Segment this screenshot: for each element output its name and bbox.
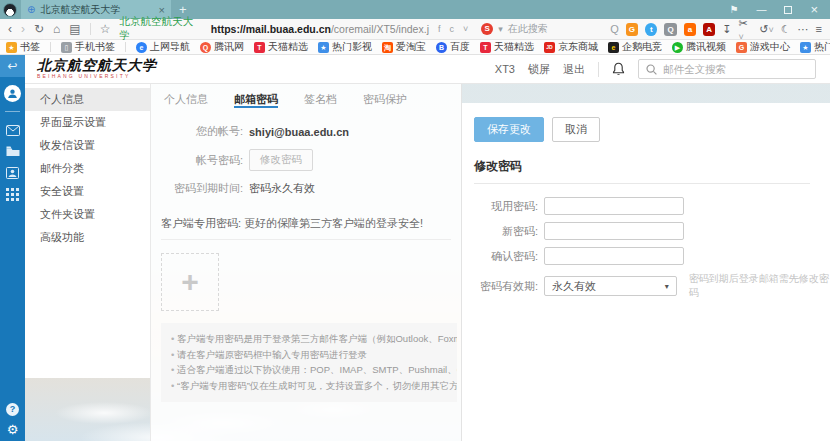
sidebar-item-display-settings[interactable]: 界面显示设置 [25, 111, 150, 134]
mail-search-input[interactable] [663, 63, 808, 75]
browser-account-avatar[interactable] [3, 3, 17, 17]
browser-search-placeholder[interactable]: 在此搜索 [508, 22, 548, 36]
minimize-button[interactable]: — [756, 4, 766, 15]
sidebar-item-personal-info[interactable]: 个人信息 [25, 88, 150, 111]
bookmark-item[interactable]: T天猫精选 [480, 40, 534, 54]
bookmark-item[interactable]: e上网导航 [136, 40, 190, 54]
bookmark-favicon: T [254, 42, 265, 53]
contacts-icon[interactable] [6, 167, 20, 179]
close-button[interactable]: × [810, 2, 818, 17]
mail-search-box[interactable] [638, 59, 816, 79]
confirm-password-label: 确认密码: [462, 249, 538, 264]
validity-select[interactable]: 永久有效 ▾ [544, 276, 677, 296]
bookmark-star-icon[interactable]: ☆ [100, 23, 111, 35]
notification-bell-icon[interactable] [612, 62, 625, 76]
maximize-button[interactable] [784, 6, 792, 14]
user-avatar-icon[interactable] [4, 85, 21, 102]
save-changes-button[interactable]: 保存更改 [474, 117, 544, 142]
settings-gear-icon[interactable]: ⚙ [7, 422, 19, 437]
brand-name: 北京航空航天大学 [37, 59, 157, 73]
new-password-row: 新密码: [462, 222, 830, 240]
bookmark-item[interactable]: JD京东商城 [544, 40, 598, 54]
pdf-extension-icon[interactable]: A [703, 23, 715, 36]
sogou-logo-icon[interactable]: S [481, 23, 493, 35]
more-icon[interactable]: ⋯ [798, 23, 809, 36]
brand-name-english: BEIHANG UNIVERSITY [37, 74, 157, 79]
current-password-input[interactable] [544, 197, 684, 215]
menu-icon[interactable]: ≡ [816, 23, 822, 35]
reload-icon[interactable]: ↻ [34, 23, 44, 35]
bookmark-item[interactable]: G游戏中心 [736, 40, 790, 54]
webmail-page: ↩ ? ⚙ 北京航空航天大学 [0, 55, 830, 441]
sidebar-item-send-receive[interactable]: 收发信设置 [25, 134, 150, 157]
back-icon[interactable]: ‹ [8, 23, 12, 35]
restore-history-icon[interactable]: ↺˅ [759, 23, 773, 36]
cancel-button[interactable]: 取消 [552, 117, 600, 142]
bookmark-favicon: ★ [800, 42, 811, 53]
bookmark-item[interactable]: Q腾讯网 [200, 40, 244, 54]
divider [5, 111, 20, 112]
settings-tabs: 个人信息 邮箱密码 签名档 密码保护 [151, 84, 461, 108]
browser-search-box[interactable]: S ▾ 在此搜索 [481, 22, 601, 36]
bookmark-item[interactable]: e企鹅电竞 [608, 40, 662, 54]
sidebar-item-folders[interactable]: 文件夹设置 [25, 203, 150, 226]
tab-personal-info[interactable]: 个人信息 [164, 92, 208, 108]
note-item: 客户端专用密码是用于登录第三方邮件客户端（例如Outlook、Foxmail、邮… [171, 331, 457, 347]
night-mode-icon[interactable]: ☾ [781, 23, 791, 36]
chevron-down-icon[interactable]: ˅ [463, 24, 468, 34]
bird-extension-icon[interactable]: t [645, 23, 657, 36]
current-password-label: 现用密码: [462, 199, 538, 214]
apps-grid-icon[interactable] [6, 188, 20, 200]
tab-mail-password[interactable]: 邮箱密码 [234, 92, 278, 108]
folder-icon[interactable] [6, 146, 20, 158]
plus-icon: + [181, 265, 199, 299]
shopping-extension-icon[interactable]: a [684, 23, 696, 36]
divider [125, 42, 126, 52]
help-icon[interactable]: ? [6, 403, 19, 416]
sidebar-item-advanced[interactable]: 高级功能 [25, 226, 150, 249]
bookmark-favicon: T [480, 42, 491, 53]
url-text[interactable]: https://mail.buaa.edu.cn/coremail/XT5/in… [211, 23, 429, 35]
qa-extension-icon[interactable]: Q [664, 23, 676, 36]
site-verified-label: 北京航空航天大学 [119, 15, 201, 43]
sidebar-item-mail-classify[interactable]: 邮件分类 [25, 157, 150, 180]
mail-icon[interactable] [6, 125, 20, 137]
game-extension-icon[interactable]: G [626, 23, 638, 36]
lock-screen-link[interactable]: 锁屏 [528, 62, 550, 77]
account-email: shiyi@buaa.edu.cn [249, 126, 349, 138]
bookmark-favicon: ▯ [61, 42, 72, 53]
confirm-password-input[interactable] [544, 247, 684, 265]
bookmark-item[interactable]: 淘爱淘宝 [382, 40, 426, 54]
bookmark-favicon: ★ [318, 42, 329, 53]
download-icon[interactable]: ↧ [722, 23, 731, 36]
bookmark-item[interactable]: B百度 [436, 40, 470, 54]
search-icon[interactable]: Q [610, 23, 619, 35]
home-icon[interactable]: ⌂ [53, 23, 60, 35]
version-switch-link[interactable]: XT3 [495, 63, 515, 75]
reader-mode-icon[interactable]: ▤ [69, 23, 80, 35]
new-password-input[interactable] [544, 222, 684, 240]
bookmark-item[interactable]: ★热门影视 [800, 40, 830, 54]
expiry-row: 密码到期时间: 密码永久有效 [151, 181, 461, 196]
tab-signature[interactable]: 签名档 [304, 92, 337, 108]
flash-save-icon[interactable]: f [438, 24, 441, 34]
bookmark-item[interactable]: ★书签 [6, 40, 40, 54]
browser-flag-icon[interactable]: ⚑ [729, 4, 738, 15]
bookmark-item[interactable]: ★热门影视 [318, 40, 372, 54]
sidebar-item-security[interactable]: 安全设置 [25, 180, 150, 203]
search-engine-caret-icon[interactable]: ▾ [498, 24, 503, 34]
bookmark-item[interactable]: T天猫精选 [254, 40, 308, 54]
forward-icon[interactable]: › [21, 23, 25, 35]
tab-close-icon[interactable]: × [159, 4, 165, 16]
screenshot-scissors-icon[interactable]: ✂˅ [739, 17, 753, 42]
mail-header: 北京航空航天大学 BEIHANG UNIVERSITY XT3 锁屏 退出 [25, 55, 830, 84]
tab-password-protect[interactable]: 密码保护 [363, 92, 407, 108]
change-password-panel: 保存更改 取消 修改密码 现用密码: 新密码: 确认密码: 密码有效期: [462, 103, 830, 441]
logout-link[interactable]: 退出 [563, 62, 585, 77]
bookmark-item[interactable]: ▯手机书签 [61, 40, 115, 54]
add-client-password-button[interactable]: + [161, 253, 219, 311]
rail-back-icon[interactable]: ↩ [0, 55, 25, 77]
bookmark-item[interactable]: ▶腾讯视频 [672, 40, 726, 54]
change-password-button[interactable]: 修改密码 [249, 149, 313, 171]
translate-icon[interactable]: c [449, 24, 454, 34]
